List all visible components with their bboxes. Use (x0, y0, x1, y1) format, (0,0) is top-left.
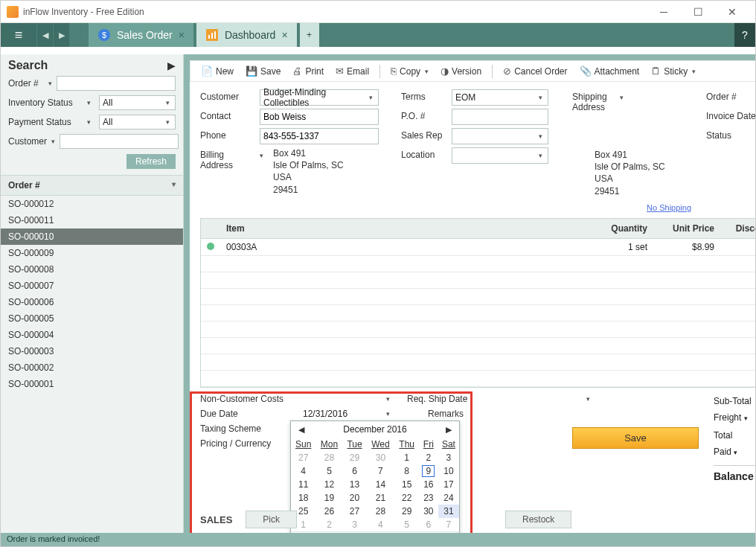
order-list-item[interactable]: SO-000012 (1, 196, 183, 212)
order-number-input[interactable] (57, 76, 176, 91)
order-list-item[interactable]: SO-000002 (1, 359, 183, 376)
order-list-item[interactable]: SO-000001 (1, 376, 183, 392)
order-list-item[interactable]: SO-000006 (1, 294, 183, 310)
calendar-day[interactable]: 10 (438, 464, 459, 478)
inventory-status-select[interactable]: All▾ (99, 95, 176, 110)
calendar-day[interactable]: 19 (315, 491, 342, 505)
email-button[interactable]: ✉Email (331, 64, 374, 78)
attachment-button[interactable]: 📎Attachment (575, 64, 644, 78)
table-row[interactable] (201, 337, 756, 354)
calendar-day[interactable]: 18 (291, 491, 315, 505)
calendar-day[interactable]: 12 (315, 478, 342, 491)
customer-select[interactable]: Budget-Minding Collectibles▾ (260, 89, 379, 106)
calendar-day[interactable]: 1 (395, 451, 419, 464)
table-row[interactable] (201, 370, 756, 386)
chevron-down-icon[interactable]: ▾ (87, 118, 94, 126)
close-icon[interactable]: × (281, 29, 287, 41)
calendar-day[interactable]: 13 (343, 478, 367, 491)
salesrep-select[interactable]: ▾ (452, 128, 548, 144)
contact-input[interactable] (260, 109, 379, 125)
order-list-item[interactable]: SO-000009 (1, 245, 183, 261)
cancel-order-button[interactable]: ⊘Cancel Order (499, 64, 571, 78)
calendar-prev-button[interactable]: ◀ (295, 425, 307, 435)
calendar-day[interactable]: 23 (419, 491, 438, 505)
tab-dashboard[interactable]: Dashboard × (196, 23, 297, 47)
table-row[interactable] (201, 354, 756, 370)
calendar-day[interactable]: 27 (291, 451, 315, 464)
order-list-item[interactable]: SO-000008 (1, 261, 183, 278)
req-ship-date-select[interactable]: ▾ (473, 395, 592, 403)
calendar-day[interactable]: 21 (366, 491, 394, 505)
due-date-select[interactable]: 12/31/2016▾ (303, 409, 392, 419)
po-input[interactable] (452, 109, 548, 125)
help-button[interactable]: ? (734, 23, 755, 47)
copy-button[interactable]: ⎘Copy▾ (386, 64, 433, 78)
minimize-button[interactable]: ─ (647, 1, 681, 22)
table-row[interactable] (201, 255, 756, 272)
chevron-down-icon[interactable]: ▾ (48, 80, 52, 87)
calendar-day[interactable]: 20 (343, 491, 367, 505)
maximize-button[interactable]: ☐ (681, 1, 715, 22)
calendar-day[interactable]: 5 (315, 464, 342, 478)
tab-sales-order[interactable]: $ Sales Order × (89, 23, 193, 47)
calendar-day[interactable]: 24 (438, 491, 459, 505)
calendar-day[interactable]: 30 (366, 451, 394, 464)
calendar-day[interactable]: 7 (366, 464, 394, 478)
customer-search-input[interactable] (60, 134, 179, 149)
calendar-day[interactable]: 3 (438, 451, 459, 464)
no-shipping-link[interactable]: No Shipping (595, 203, 691, 212)
calendar-day[interactable]: 9 (419, 464, 438, 478)
calendar-day[interactable]: 16 (419, 478, 438, 491)
order-list-item[interactable]: SO-000007 (1, 278, 183, 294)
calendar-day[interactable]: 14 (366, 478, 394, 491)
calendar-day[interactable]: 29 (343, 451, 367, 464)
table-row[interactable] (201, 272, 756, 288)
table-row[interactable] (201, 321, 756, 337)
payment-status-select[interactable]: All▾ (99, 115, 176, 129)
pick-button[interactable]: Pick (246, 511, 297, 528)
calendar-day[interactable]: 17 (438, 478, 459, 491)
print-button[interactable]: 🖨Print (288, 64, 328, 78)
phone-input[interactable] (260, 128, 379, 144)
chevron-down-icon[interactable]: ▾ (51, 138, 55, 145)
restock-button[interactable]: Restock (505, 511, 571, 528)
sticky-button[interactable]: 🗒Sticky▾ (647, 64, 700, 78)
order-list-item[interactable]: SO-000010 (1, 228, 183, 245)
close-button[interactable]: ✕ (715, 1, 749, 22)
order-content: 📄New 💾Save 🖨Print ✉Email ⎘Copy▾ ◑Version… (190, 60, 756, 533)
order-list-item[interactable]: SO-000005 (1, 310, 183, 327)
add-tab-button[interactable]: + (300, 23, 319, 47)
nav-back-button[interactable]: ◀ (36, 23, 53, 47)
table-row[interactable] (201, 304, 756, 321)
refresh-button[interactable]: Refresh (126, 154, 176, 169)
label-remarks[interactable]: Remarks (428, 409, 464, 419)
version-button[interactable]: ◑Version (436, 64, 486, 78)
close-icon[interactable]: × (179, 29, 185, 41)
save-button[interactable]: 💾Save (241, 64, 285, 78)
noncustomer-costs-select[interactable]: ▾ (303, 395, 392, 403)
order-list-item[interactable]: SO-000011 (1, 212, 183, 228)
calendar-next-button[interactable]: ▶ (443, 425, 455, 435)
location-select[interactable]: ▾ (452, 147, 548, 164)
save-order-button[interactable]: Save (572, 427, 699, 449)
table-row[interactable] (201, 288, 756, 304)
calendar-day[interactable]: 6 (343, 464, 367, 478)
terms-select[interactable]: EOM▾ (452, 89, 548, 106)
calendar-day[interactable]: 8 (395, 464, 419, 478)
tab-label: Sales Order (117, 29, 173, 41)
new-button[interactable]: 📄New (196, 64, 238, 78)
collapse-icon[interactable]: ▶ (167, 60, 176, 71)
calendar-day[interactable]: 11 (291, 478, 315, 491)
calendar-day[interactable]: 28 (315, 451, 342, 464)
order-list-header[interactable]: Order # ▾ (1, 175, 183, 196)
menu-icon[interactable]: ≡ (1, 23, 36, 47)
chevron-down-icon[interactable]: ▾ (87, 99, 94, 106)
calendar-day[interactable]: 2 (419, 451, 438, 464)
calendar-day[interactable]: 4 (291, 464, 315, 478)
nav-forward-button[interactable]: ▶ (53, 23, 69, 47)
table-row[interactable]: 00303A1 set$8.990 %$8.99 (201, 238, 756, 255)
order-list-item[interactable]: SO-000004 (1, 327, 183, 343)
calendar-day[interactable]: 15 (395, 478, 419, 491)
calendar-day[interactable]: 22 (395, 491, 419, 505)
order-list-item[interactable]: SO-000003 (1, 343, 183, 359)
